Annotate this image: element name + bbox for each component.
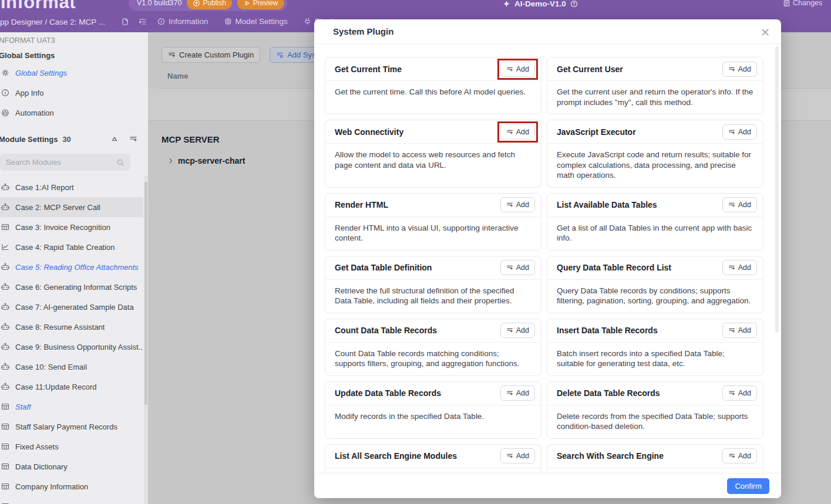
add-plugin-button[interactable]: Add <box>500 385 535 401</box>
robot-icon <box>1 323 9 331</box>
list-add-icon <box>728 128 735 136</box>
sidebar-item-fixed-assets[interactable]: Fixed Assets <box>0 437 143 456</box>
plugin-description: Delete records from the specified Data T… <box>547 405 763 438</box>
table-icon <box>1 482 9 491</box>
breadcrumb-tools <box>121 18 147 26</box>
version-pill: V1.0 build370 Publish Preview <box>129 0 287 11</box>
robot-icon <box>1 183 9 191</box>
sidebar-item-case-5[interactable]: Case 5: Reading Office Attachments <box>0 257 143 277</box>
app-window: Informat V1.0 build370 Publish Preview A… <box>0 0 831 504</box>
plugin-card-list-all-search-engine-modules: List All Search Engine Modules Add <box>325 444 541 473</box>
list-add-icon <box>728 66 735 73</box>
add-module-icon[interactable] <box>129 135 137 143</box>
sidebar-scrollbar-thumb[interactable] <box>144 182 147 405</box>
list-add-icon <box>506 66 513 73</box>
list-add-icon <box>728 390 735 397</box>
global-settings-items: Global Settings App Info Automation <box>0 63 143 123</box>
plugin-card-get-data-table-definition: Get Data Table Definition Add Retrieve t… <box>325 256 541 313</box>
sidebar-item-case-1[interactable]: Case 1:AI Report <box>0 177 143 197</box>
gear-icon <box>1 69 9 77</box>
sidebar-item-case-6[interactable]: Case 6: Generating Informat Scripts <box>0 277 143 297</box>
tab-information[interactable]: Information <box>157 17 208 26</box>
annotation-highlight: Add <box>500 124 535 140</box>
collapse-all-icon[interactable] <box>110 135 119 143</box>
add-plugin-button[interactable]: Add <box>500 124 535 140</box>
add-plugin-button[interactable]: Add <box>722 448 757 464</box>
sidebar-item-case-3[interactable]: Case 3: Invoice Recognition <box>0 217 143 237</box>
plugin-description: Get the current time. Call this before A… <box>325 81 541 104</box>
module-settings-header: Module Settings 30 <box>0 132 143 146</box>
play-icon <box>243 0 251 7</box>
breadcrumb[interactable]: App Designer / Case 2: MCP ... <box>0 18 105 26</box>
close-icon[interactable] <box>761 28 770 37</box>
plugin-description <box>325 468 541 473</box>
plugin-description <box>547 468 763 473</box>
sidebar-item-case-2[interactable]: Case 2: MCP Server Call <box>0 197 143 217</box>
add-plugin-button[interactable]: Add <box>500 197 535 212</box>
sidebar-item-company-information[interactable]: Company Information <box>0 476 143 496</box>
sidebar-item-case-10[interactable]: Case 10: Send Email <box>0 357 143 377</box>
list-add-icon <box>728 201 735 208</box>
confirm-button[interactable]: Confirm <box>727 478 769 494</box>
info-circle-icon <box>1 89 9 97</box>
add-plugin-button[interactable]: Add <box>500 260 535 275</box>
add-plugin-button[interactable]: Add <box>500 62 535 77</box>
table-icon <box>1 223 9 231</box>
robot-icon <box>1 343 9 351</box>
sidebar-item-global-settings[interactable]: Global Settings <box>0 63 143 83</box>
add-plugin-button[interactable]: Add <box>722 62 757 77</box>
list-add-icon <box>506 452 513 459</box>
module-count: 30 <box>62 135 70 144</box>
add-plugin-button[interactable]: Add <box>722 260 757 275</box>
sidebar-item-automation[interactable]: Automation <box>0 103 143 123</box>
sidebar-item-case-9[interactable]: Case 9: Business Opportunity Assist... <box>0 337 143 357</box>
sidebar-item-app-info[interactable]: App Info <box>0 83 143 103</box>
annotation-highlight: Add <box>500 62 535 77</box>
system-plugin-modal: System Plugin Get Current Time Add Get t… <box>314 19 781 498</box>
sparkle-icon <box>503 0 510 8</box>
sidebar-item-staff[interactable]: Staff <box>0 397 143 417</box>
file-icon[interactable] <box>121 18 129 26</box>
collapse-panel-icon[interactable] <box>139 18 147 26</box>
tab-model-settings[interactable]: Model Settings <box>224 17 288 26</box>
sidebar-item-case-8[interactable]: Case 8: Resume Assistant <box>0 317 143 337</box>
app-logo: Informat <box>1 0 76 13</box>
plugin-card-delete-data-table-records: Delete Data Table Records Add Delete rec… <box>547 381 763 439</box>
publish-button[interactable]: Publish <box>187 0 231 9</box>
plug-icon <box>304 18 311 25</box>
changes-button[interactable]: Changes <box>783 0 822 7</box>
add-plugin-button[interactable]: Add <box>722 385 757 401</box>
sidebar-item-case-4[interactable]: Case 4: Rapid Table Creation <box>0 237 143 257</box>
module-search <box>0 154 130 171</box>
add-plugin-button[interactable]: Add <box>722 124 757 140</box>
preview-button[interactable]: Preview <box>237 0 284 9</box>
sidebar-item-partial[interactable]: F <box>0 496 143 504</box>
plugin-description: Count Data Table records matching condit… <box>325 343 541 376</box>
sidebar-item-data-dictionary[interactable]: Data Dictionary <box>0 456 143 476</box>
add-plugin-button[interactable]: Add <box>500 323 535 338</box>
table-icon <box>1 422 9 431</box>
plugin-description: Query Data Table records by conditions; … <box>547 280 763 313</box>
help-icon[interactable] <box>570 0 578 8</box>
robot-icon <box>1 383 9 391</box>
add-plugin-button[interactable]: Add <box>500 448 535 464</box>
plugin-card-query-data-table-record-list: Query Data Table Record List Add Query D… <box>547 256 763 313</box>
plugin-description: Modify records in the specified Data Tab… <box>325 405 541 428</box>
robot-icon <box>1 303 9 311</box>
list-add-icon <box>728 452 735 459</box>
add-plugin-button[interactable]: Add <box>722 323 757 338</box>
table-icon <box>1 462 9 471</box>
sidebar-item-staff-salary[interactable]: Staff Salary Payment Records <box>0 417 143 437</box>
module-list: Case 1:AI Report Case 2: MCP Server Call… <box>0 177 143 504</box>
workspace-name: INFORMAT UAT3 <box>0 36 55 45</box>
add-plugin-button[interactable]: Add <box>722 197 757 212</box>
modal-header: System Plugin <box>314 19 781 44</box>
list-add-icon <box>506 264 513 271</box>
sidebar-item-case-11[interactable]: Case 11:Update Record <box>0 377 143 397</box>
sidebar-item-case-7[interactable]: Case 7: AI-generated Sample Data <box>0 297 143 317</box>
sidebar: INFORMAT UAT3 Global Settings Global Set… <box>0 32 148 504</box>
robot-icon <box>1 283 9 291</box>
header-actions: Changes Versions <box>783 0 831 7</box>
search-input[interactable] <box>6 158 116 167</box>
modal-scrollbar-thumb[interactable] <box>775 46 779 333</box>
